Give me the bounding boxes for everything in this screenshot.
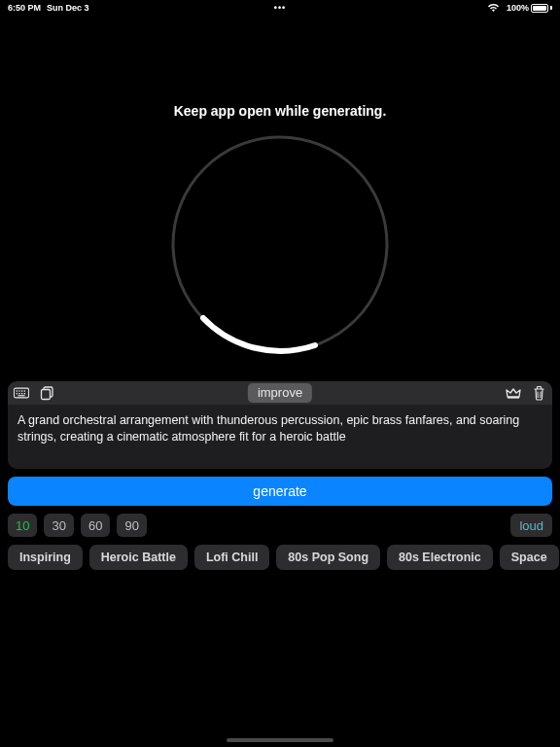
battery-percent: 100% [507, 3, 529, 13]
preset-inspiring[interactable]: Inspiring [8, 545, 83, 570]
svg-rect-7 [18, 393, 19, 394]
preset-heroic-battle[interactable]: Heroic Battle [89, 545, 188, 570]
prompt-toolbar: improve [8, 381, 552, 405]
svg-rect-13 [508, 397, 519, 399]
svg-rect-6 [17, 393, 18, 394]
status-time: 6:50 PM [8, 3, 41, 13]
trash-icon[interactable] [531, 386, 546, 400]
generate-button[interactable]: generate [8, 477, 552, 506]
svg-rect-10 [18, 395, 24, 396]
svg-rect-9 [24, 393, 25, 394]
crown-icon[interactable] [506, 386, 521, 400]
svg-rect-3 [18, 390, 19, 391]
home-indicator [227, 738, 333, 742]
duration-10[interactable]: 10 [8, 514, 37, 537]
presets-row: InspiringHeroic BattleLofi Chill80s Pop … [8, 545, 552, 570]
duration-row: 10306090 loud [8, 514, 552, 537]
status-dots: ••• [274, 3, 286, 13]
keyboard-icon[interactable] [14, 386, 29, 400]
svg-rect-2 [17, 390, 18, 391]
svg-rect-12 [41, 389, 50, 399]
preset-80s-electronic[interactable]: 80s Electronic [387, 545, 493, 570]
improve-button[interactable]: improve [248, 383, 312, 403]
battery-icon: 100% [507, 3, 552, 13]
loud-button[interactable]: loud [510, 514, 552, 537]
duration-60[interactable]: 60 [81, 514, 110, 537]
prompt-text[interactable]: A grand orchestral arrangement with thun… [8, 405, 552, 469]
preset-space[interactable]: Space [500, 545, 559, 570]
generating-message: Keep app open while generating. [0, 103, 560, 119]
preset-lofi-chill[interactable]: Lofi Chill [194, 545, 269, 570]
preset-80s-pop-song[interactable]: 80s Pop Song [276, 545, 380, 570]
copy-icon[interactable] [39, 386, 54, 400]
duration-30[interactable]: 30 [44, 514, 73, 537]
svg-rect-4 [21, 390, 22, 391]
svg-rect-5 [24, 390, 25, 391]
status-bar: 6:50 PM Sun Dec 3 ••• 100% [0, 0, 560, 16]
wifi-icon [486, 1, 502, 15]
duration-90[interactable]: 90 [117, 514, 146, 537]
svg-rect-8 [21, 393, 22, 394]
progress-spinner [169, 133, 391, 355]
status-date: Sun Dec 3 [47, 3, 89, 13]
